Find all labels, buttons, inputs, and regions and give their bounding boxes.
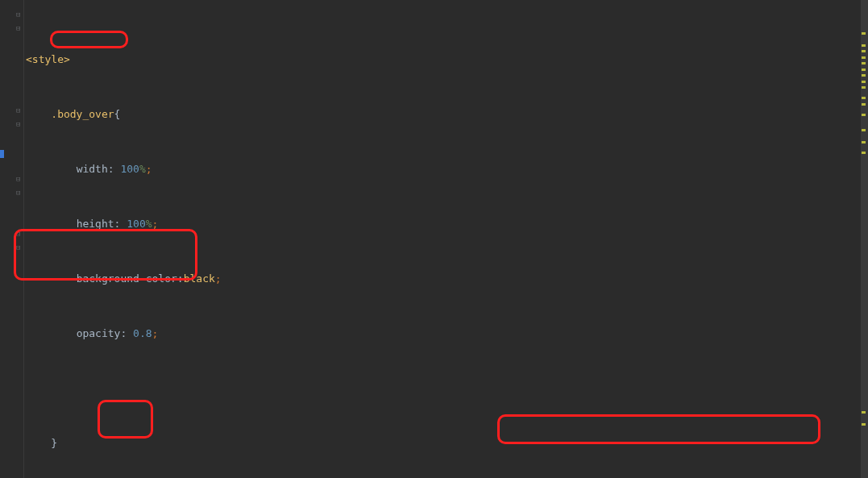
code-editor[interactable]: ⊟ ⊟ ⊟ ⊟ ⊟ ⊟ ⊟ ⊟ <style> .body_over{ widt… — [0, 0, 868, 478]
fold-icon[interactable]: ⊟ — [16, 189, 23, 197]
warning-marker[interactable] — [862, 62, 866, 64]
warning-marker[interactable] — [862, 129, 866, 131]
fold-icon[interactable]: ⊟ — [16, 25, 23, 32]
caret-indicator — [0, 150, 4, 158]
warning-marker[interactable] — [862, 32, 866, 35]
fold-icon[interactable]: ⊟ — [16, 11, 23, 19]
warning-marker[interactable] — [862, 97, 866, 99]
code-area[interactable]: <style> .body_over{ width: 100%; height:… — [26, 11, 852, 478]
warning-marker[interactable] — [862, 114, 866, 116]
code-line[interactable]: <style> — [26, 52, 852, 66]
code-line[interactable]: .body_over{ — [26, 107, 852, 121]
fold-icon[interactable]: ⊟ — [16, 231, 23, 238]
warning-marker[interactable] — [862, 74, 866, 77]
fold-icon[interactable]: ⊟ — [16, 176, 23, 183]
warning-marker[interactable] — [862, 411, 866, 414]
warning-marker[interactable] — [862, 50, 866, 52]
fold-icon[interactable]: ⊟ — [16, 121, 23, 128]
gutter: ⊟ ⊟ ⊟ ⊟ ⊟ ⊟ ⊟ ⊟ — [0, 0, 24, 478]
code-line[interactable]: opacity: 0.8; — [26, 326, 852, 340]
code-line[interactable]: background-color:black; — [26, 272, 852, 285]
fold-icon[interactable]: ⊟ — [16, 107, 23, 114]
warning-marker[interactable] — [862, 44, 866, 47]
warning-marker[interactable] — [862, 423, 866, 426]
warning-marker[interactable] — [862, 56, 866, 59]
warning-marker[interactable] — [862, 86, 866, 89]
warning-marker[interactable] — [862, 141, 866, 143]
warning-marker[interactable] — [862, 69, 866, 71]
code-line[interactable]: width: 100%; — [26, 162, 852, 176]
warning-marker[interactable] — [862, 81, 866, 83]
warning-marker[interactable] — [862, 103, 866, 106]
warning-marker[interactable] — [862, 152, 866, 154]
code-line[interactable]: height: 100%; — [26, 217, 852, 231]
fold-icon[interactable]: ⊟ — [16, 244, 23, 251]
error-stripe[interactable] — [861, 0, 868, 478]
code-line[interactable]: } — [26, 436, 852, 450]
code-line[interactable] — [26, 381, 852, 395]
